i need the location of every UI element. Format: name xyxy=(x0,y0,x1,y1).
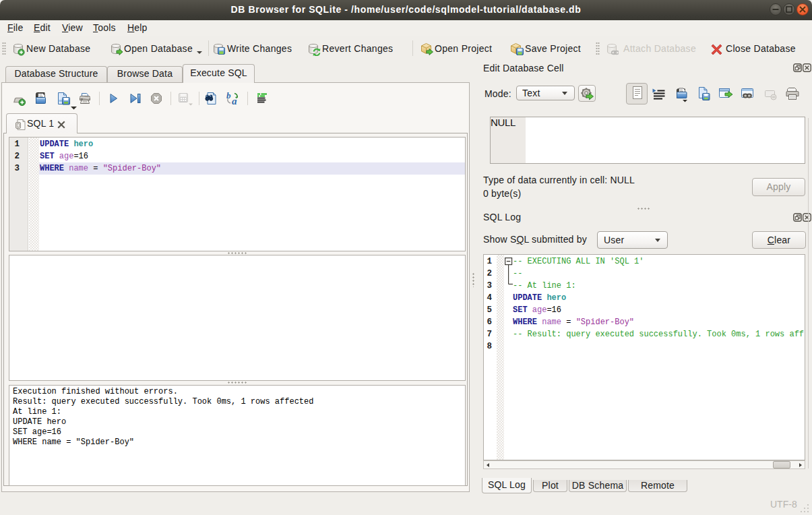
svg-text:b: b xyxy=(226,91,231,100)
